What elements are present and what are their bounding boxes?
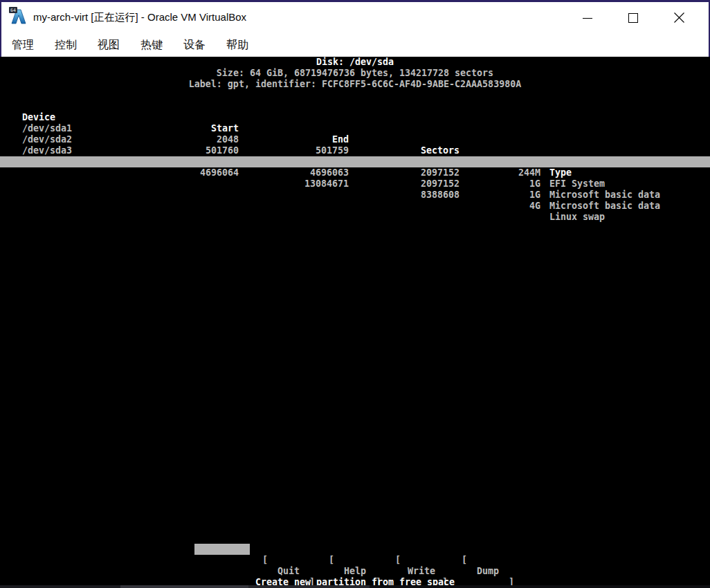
menu-button-help[interactable]: [ Help ] bbox=[327, 544, 383, 555]
close-icon bbox=[673, 12, 685, 24]
button-label: New bbox=[194, 566, 250, 577]
cell-type: Microsoft basic data bbox=[549, 190, 660, 201]
menu-button-quit[interactable]: [ Quit ] bbox=[261, 544, 316, 555]
menu-item-help[interactable]: 帮助 bbox=[226, 38, 248, 53]
menu-item-view[interactable]: 视图 bbox=[98, 38, 120, 53]
guest-console-screen[interactable]: Disk: /dev/sda Size: 64 GiB, 68719476736… bbox=[0, 57, 710, 588]
cell-type: Microsoft basic data bbox=[549, 201, 660, 212]
selection-cursor: >> bbox=[4, 167, 15, 178]
menu-item-devices[interactable]: 设备 bbox=[183, 38, 206, 53]
cell-start: 13084672 bbox=[0, 190, 239, 201]
menu-item-file[interactable]: 管理 bbox=[12, 38, 34, 53]
menubar: 管理 控制 视图 热键 设备 帮助 bbox=[1, 33, 709, 57]
bracket-left: [ bbox=[196, 555, 201, 566]
partition-row-sda1[interactable]: /dev/sda1 2048 501759 499712 244M EFI Sy… bbox=[0, 112, 710, 123]
menu-item-machine[interactable]: 控制 bbox=[55, 38, 77, 53]
menu-button-new[interactable]: [ New ] bbox=[194, 544, 250, 555]
bracket-left: [ bbox=[262, 555, 268, 566]
menu-button-write[interactable]: [ Write ] bbox=[394, 544, 449, 555]
cell-end: 134217694 bbox=[0, 201, 349, 212]
icon-badge-64: 64 bbox=[10, 8, 16, 13]
disk-label-line: Label: gpt, identifier: FCFC8FF5-6C6C-AF… bbox=[0, 79, 710, 90]
minimize-button[interactable] bbox=[565, 2, 610, 33]
maximize-button[interactable] bbox=[610, 2, 656, 33]
button-label: Write bbox=[394, 566, 449, 577]
bracket-left: [ bbox=[329, 555, 334, 566]
menu-item-input[interactable]: 热键 bbox=[140, 38, 163, 53]
virtualbox-logo-icon: 64 bbox=[9, 7, 28, 26]
button-label: Help bbox=[327, 566, 383, 577]
window-chrome: 64 my-arch-virt [正在运行] - Oracle VM Virtu… bbox=[0, 0, 710, 57]
partition-row-sda2[interactable]: /dev/sda2 501760 2598911 2097152 1G Micr… bbox=[0, 123, 710, 134]
bracket-left: [ bbox=[462, 555, 467, 566]
partition-row-sda4[interactable]: /dev/sda4 4696064 13084671 8388608 4G Li… bbox=[0, 145, 710, 156]
cell-sectors: 121133023 bbox=[0, 212, 459, 223]
cell-device: Free space bbox=[22, 178, 78, 190]
cfdisk-menu: [ New ] [ Quit ] [ Help ] [ Write ] [ Du bbox=[0, 544, 710, 555]
partition-row-free-space[interactable]: >> Free space 13084672 134217694 1211330… bbox=[0, 156, 710, 167]
button-label: Dump bbox=[460, 566, 516, 577]
button-label: Quit bbox=[261, 566, 316, 577]
header-type: Type bbox=[549, 167, 572, 178]
cell-type: Linux swap bbox=[549, 212, 605, 223]
maximize-icon bbox=[628, 12, 639, 24]
window-title: my-arch-virt [正在运行] - Oracle VM VirtualB… bbox=[33, 2, 246, 33]
virtualbox-window: 64 my-arch-virt [正在运行] - Oracle VM Virtu… bbox=[0, 0, 710, 588]
disk-size-line: Size: 64 GiB, 68719476736 bytes, 1342177… bbox=[0, 68, 710, 79]
window-controls bbox=[565, 2, 702, 33]
menu-button-dump[interactable]: [ Dump ] bbox=[460, 544, 516, 555]
minimize-icon bbox=[582, 12, 593, 24]
partition-table-header: Device Start End Sectors Size Type bbox=[0, 101, 710, 112]
host-status-bar-remnant bbox=[0, 585, 710, 588]
cell-type: EFI System bbox=[549, 178, 605, 190]
partition-row-sda3[interactable]: /dev/sda3 2598912 4696063 2097152 1G Mic… bbox=[0, 134, 710, 145]
bracket-left: [ bbox=[395, 555, 401, 566]
partition-table: Device Start End Sectors Size Type /dev/… bbox=[0, 145, 710, 289]
disk-title: Disk: /dev/sda bbox=[0, 57, 710, 68]
cell-size: 57.8G bbox=[0, 223, 540, 234]
close-button[interactable] bbox=[656, 2, 702, 33]
titlebar: 64 my-arch-virt [正在运行] - Oracle VM Virtu… bbox=[1, 2, 709, 33]
